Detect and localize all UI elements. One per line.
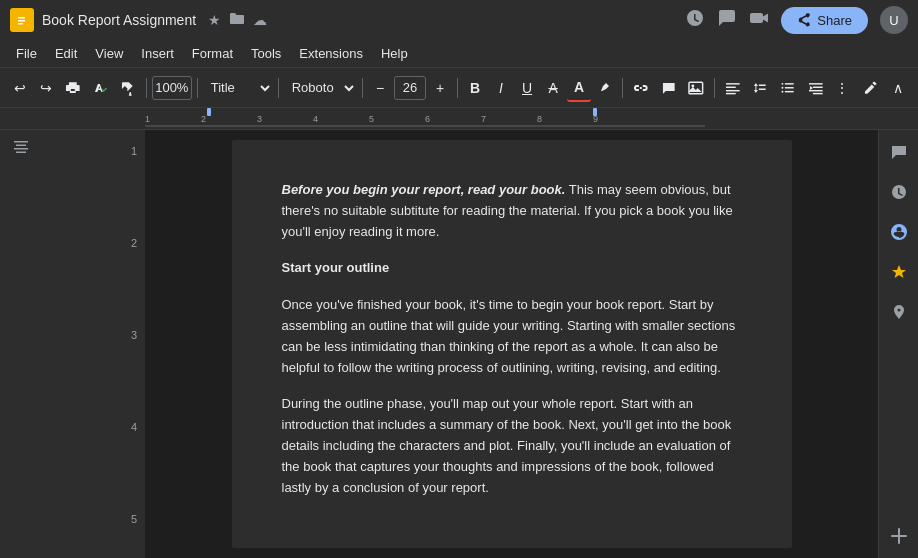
right-panel — [878, 130, 918, 558]
menu-insert[interactable]: Insert — [133, 44, 182, 63]
underline-button[interactable]: U — [515, 74, 539, 102]
zoom-input[interactable] — [152, 76, 192, 100]
svg-text:7: 7 — [481, 114, 486, 124]
line-spacing-button[interactable] — [747, 74, 773, 102]
more-options-button[interactable]: ⋮ — [830, 74, 854, 102]
paragraph-1: Before you begin your report, read your … — [282, 180, 742, 242]
svg-rect-12 — [785, 87, 794, 88]
svg-text:8: 8 — [537, 114, 542, 124]
strikethrough-button[interactable]: A — [541, 74, 565, 102]
svg-text:3: 3 — [257, 114, 262, 124]
video-icon[interactable] — [749, 8, 769, 33]
menu-bar: File Edit View Insert Format Tools Exten… — [0, 40, 918, 68]
font-size-input[interactable] — [394, 76, 426, 100]
svg-rect-20 — [813, 92, 823, 93]
star-icon[interactable]: ★ — [208, 12, 221, 28]
header-right: Share U — [685, 6, 908, 34]
map-pin-icon[interactable] — [885, 298, 913, 326]
svg-rect-10 — [726, 92, 736, 93]
bold-button[interactable]: B — [463, 74, 487, 102]
toolbar: ↩ ↪ Title Normal text Heading 1 Roboto A… — [0, 68, 918, 108]
svg-rect-11 — [785, 83, 794, 84]
list-button[interactable] — [775, 74, 801, 102]
undo-button[interactable]: ↩ — [8, 74, 32, 102]
title-icons: ★ ☁ — [208, 11, 267, 30]
title-bar: Book Report Assignment ★ ☁ Share U — [0, 0, 918, 40]
star-icon-right[interactable] — [885, 258, 913, 286]
collapse-toolbar-button[interactable]: ∧ — [886, 74, 910, 102]
font-select[interactable]: Roboto Arial — [284, 74, 357, 102]
main-area: 1 2 3 4 5 Before you begin your report, … — [0, 130, 918, 558]
svg-rect-35 — [14, 148, 28, 150]
svg-rect-9 — [726, 89, 740, 90]
spellcheck-button[interactable] — [88, 74, 114, 102]
svg-text:5: 5 — [369, 114, 374, 124]
text-color-button[interactable]: A — [567, 74, 591, 102]
user-avatar[interactable]: U — [880, 6, 908, 34]
add-icon[interactable] — [885, 522, 913, 550]
history-icon-right[interactable] — [885, 178, 913, 206]
font-size-plus-button[interactable]: + — [428, 74, 452, 102]
left-panel: 1 2 3 4 5 — [0, 130, 145, 558]
svg-rect-8 — [726, 86, 736, 87]
document-title: Book Report Assignment — [42, 12, 196, 28]
svg-rect-1 — [18, 17, 25, 19]
align-button[interactable] — [720, 74, 746, 102]
svg-rect-36 — [16, 152, 26, 154]
cloud-icon[interactable]: ☁ — [253, 12, 267, 28]
indent-button[interactable] — [803, 74, 829, 102]
font-size-minus-button[interactable]: − — [368, 74, 392, 102]
comment-icon[interactable] — [717, 8, 737, 33]
svg-rect-13 — [785, 90, 794, 91]
history-icon[interactable] — [685, 8, 705, 33]
share-button[interactable]: Share — [781, 7, 868, 34]
svg-text:4: 4 — [313, 114, 318, 124]
folder-icon[interactable] — [229, 11, 245, 30]
menu-edit[interactable]: Edit — [47, 44, 85, 63]
insert-image-button[interactable] — [683, 74, 709, 102]
svg-rect-31 — [207, 108, 211, 116]
svg-point-16 — [782, 90, 784, 92]
redo-button[interactable]: ↪ — [34, 74, 58, 102]
italic-button[interactable]: I — [489, 74, 513, 102]
document-page: Before you begin your report, read your … — [232, 140, 792, 548]
paragraph-3: Once you've finished your book, it's tim… — [282, 295, 742, 378]
menu-tools[interactable]: Tools — [243, 44, 289, 63]
svg-rect-2 — [18, 20, 25, 22]
outline-icon[interactable] — [12, 138, 30, 160]
svg-text:2: 2 — [201, 114, 206, 124]
svg-rect-34 — [16, 145, 26, 147]
chat-icon[interactable] — [885, 138, 913, 166]
add-comment-button[interactable] — [656, 74, 682, 102]
menu-file[interactable]: File — [8, 44, 45, 63]
menu-extensions[interactable]: Extensions — [291, 44, 371, 63]
svg-rect-33 — [14, 141, 28, 143]
svg-rect-5 — [689, 82, 703, 94]
svg-rect-17 — [809, 83, 823, 84]
link-button[interactable] — [628, 74, 654, 102]
heading-text: Start your outline — [282, 260, 390, 275]
svg-rect-19 — [809, 89, 823, 90]
highlight-button[interactable] — [593, 74, 617, 102]
svg-text:1: 1 — [145, 114, 150, 124]
blue-icon[interactable] — [885, 218, 913, 246]
print-button[interactable] — [60, 74, 86, 102]
editing-mode-button[interactable] — [858, 74, 884, 102]
menu-help[interactable]: Help — [373, 44, 416, 63]
paragraph-2-heading: Start your outline — [282, 258, 742, 279]
svg-point-15 — [782, 86, 784, 88]
svg-rect-32 — [593, 108, 597, 116]
menu-view[interactable]: View — [87, 44, 131, 63]
svg-rect-4 — [750, 13, 763, 23]
paint-format-button[interactable] — [115, 74, 141, 102]
svg-text:6: 6 — [425, 114, 430, 124]
google-docs-icon — [10, 8, 34, 32]
ruler-inner: 1 2 3 4 5 6 7 8 9 — [145, 108, 918, 129]
document-area[interactable]: Before you begin your report, read your … — [145, 130, 878, 558]
ruler: 1 2 3 4 5 6 7 8 9 — [0, 108, 918, 130]
svg-point-14 — [782, 82, 784, 84]
svg-rect-3 — [18, 23, 23, 25]
menu-format[interactable]: Format — [184, 44, 241, 63]
style-select[interactable]: Title Normal text Heading 1 — [203, 74, 273, 102]
page-numbers: 1 2 3 4 5 — [131, 130, 137, 558]
